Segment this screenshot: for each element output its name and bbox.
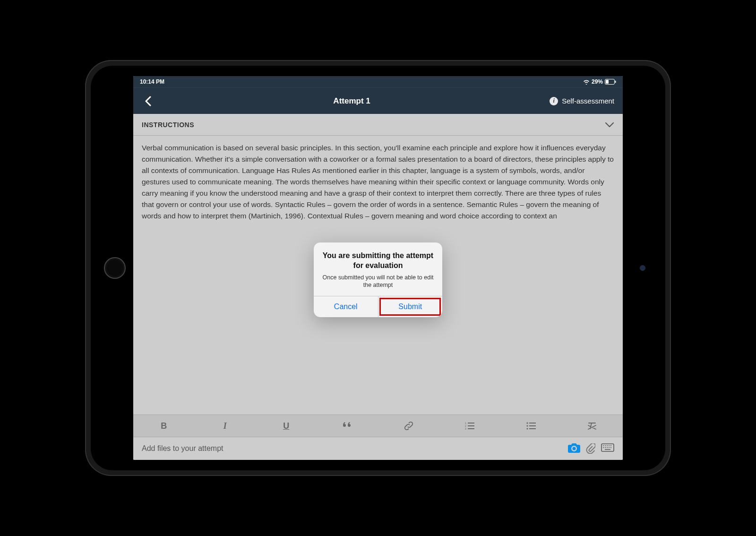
tablet-bezel: 10:14 PM 29% Attempt 1 i	[91, 66, 665, 470]
dialog-subtitle: Once submitted you will not be able to e…	[321, 274, 435, 290]
home-button[interactable]	[104, 257, 126, 279]
submit-confirmation-dialog: You are submitting the attempt for evalu…	[314, 242, 442, 317]
cancel-button[interactable]: Cancel	[314, 296, 378, 317]
submit-button[interactable]: Submit	[378, 296, 443, 317]
modal-backdrop: You are submitting the attempt for evalu…	[133, 76, 623, 460]
front-camera	[640, 265, 645, 271]
screen: 10:14 PM 29% Attempt 1 i	[133, 76, 623, 460]
tablet-frame: 10:14 PM 29% Attempt 1 i	[85, 60, 671, 476]
dialog-title: You are submitting the attempt for evalu…	[321, 251, 435, 271]
